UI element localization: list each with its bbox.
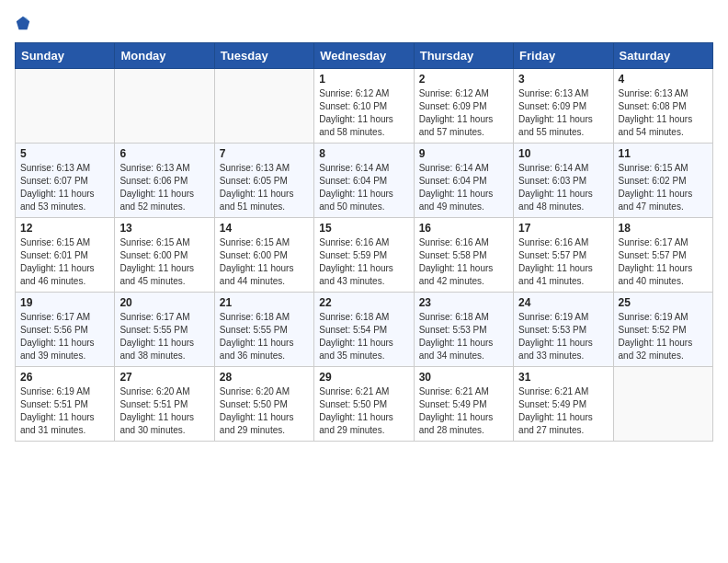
cell-content: Sunrise: 6:20 AM Sunset: 5:50 PM Dayligh…: [220, 385, 309, 437]
day-header-friday: Friday: [514, 43, 613, 69]
cell-content: Sunrise: 6:13 AM Sunset: 6:05 PM Dayligh…: [220, 162, 309, 213]
calendar-cell: 26Sunrise: 6:19 AM Sunset: 5:51 PM Dayli…: [16, 367, 115, 442]
calendar-week-1: 1Sunrise: 6:12 AM Sunset: 6:10 PM Daylig…: [16, 69, 713, 144]
day-header-saturday: Saturday: [613, 43, 712, 69]
cell-content: Sunrise: 6:16 AM Sunset: 5:58 PM Dayligh…: [419, 236, 508, 288]
cell-content: Sunrise: 6:13 AM Sunset: 6:09 PM Dayligh…: [518, 87, 608, 139]
day-number: 12: [20, 222, 109, 235]
calendar-cell: 4Sunrise: 6:13 AM Sunset: 6:08 PM Daylig…: [613, 69, 712, 144]
day-number: 7: [220, 147, 309, 160]
cell-content: Sunrise: 6:18 AM Sunset: 5:55 PM Dayligh…: [220, 311, 309, 362]
calendar-cell: 27Sunrise: 6:20 AM Sunset: 5:51 PM Dayli…: [115, 367, 214, 442]
days-header-row: SundayMondayTuesdayWednesdayThursdayFrid…: [16, 43, 713, 69]
calendar-cell: 24Sunrise: 6:19 AM Sunset: 5:53 PM Dayli…: [514, 293, 613, 367]
logo-icon: [15, 15, 31, 31]
day-number: 30: [419, 371, 508, 384]
calendar-cell: 7Sunrise: 6:13 AM Sunset: 6:05 PM Daylig…: [214, 144, 313, 218]
cell-content: Sunrise: 6:19 AM Sunset: 5:53 PM Dayligh…: [518, 311, 608, 362]
calendar-cell: 29Sunrise: 6:21 AM Sunset: 5:50 PM Dayli…: [314, 367, 414, 442]
day-number: 20: [119, 296, 209, 309]
day-number: 19: [20, 296, 109, 309]
calendar-cell: 2Sunrise: 6:12 AM Sunset: 6:09 PM Daylig…: [414, 69, 513, 144]
cell-content: Sunrise: 6:21 AM Sunset: 5:50 PM Dayligh…: [319, 385, 408, 437]
day-header-thursday: Thursday: [414, 43, 513, 69]
day-number: 27: [119, 371, 209, 384]
day-number: 29: [319, 371, 408, 384]
day-number: 16: [419, 222, 508, 235]
calendar-cell: 11Sunrise: 6:15 AM Sunset: 6:02 PM Dayli…: [613, 144, 712, 218]
cell-content: Sunrise: 6:19 AM Sunset: 5:51 PM Dayligh…: [20, 385, 109, 437]
day-header-tuesday: Tuesday: [214, 43, 313, 69]
calendar-cell: 5Sunrise: 6:13 AM Sunset: 6:07 PM Daylig…: [16, 144, 115, 218]
cell-content: Sunrise: 6:16 AM Sunset: 5:57 PM Dayligh…: [518, 236, 608, 288]
day-number: 3: [518, 73, 608, 86]
day-header-wednesday: Wednesday: [314, 43, 414, 69]
cell-content: Sunrise: 6:18 AM Sunset: 5:53 PM Dayligh…: [419, 311, 508, 362]
calendar-week-5: 26Sunrise: 6:19 AM Sunset: 5:51 PM Dayli…: [16, 367, 713, 442]
cell-content: Sunrise: 6:17 AM Sunset: 5:56 PM Dayligh…: [20, 311, 109, 362]
day-number: 13: [119, 222, 209, 235]
calendar-week-3: 12Sunrise: 6:15 AM Sunset: 6:01 PM Dayli…: [16, 218, 713, 293]
day-number: 1: [319, 73, 408, 86]
calendar-cell: 17Sunrise: 6:16 AM Sunset: 5:57 PM Dayli…: [514, 218, 613, 293]
cell-content: Sunrise: 6:19 AM Sunset: 5:52 PM Dayligh…: [619, 311, 708, 362]
calendar-cell: 14Sunrise: 6:15 AM Sunset: 6:00 PM Dayli…: [214, 218, 313, 293]
calendar-week-4: 19Sunrise: 6:17 AM Sunset: 5:56 PM Dayli…: [16, 293, 713, 367]
day-number: 11: [619, 147, 708, 160]
calendar-cell: [16, 69, 115, 144]
cell-content: Sunrise: 6:17 AM Sunset: 5:55 PM Dayligh…: [119, 311, 209, 362]
day-number: 2: [419, 73, 508, 86]
day-number: 14: [220, 222, 309, 235]
day-number: 5: [20, 147, 109, 160]
cell-content: Sunrise: 6:21 AM Sunset: 5:49 PM Dayligh…: [419, 385, 508, 437]
day-number: 31: [518, 371, 608, 384]
cell-content: Sunrise: 6:17 AM Sunset: 5:57 PM Dayligh…: [619, 236, 708, 288]
calendar-cell: 18Sunrise: 6:17 AM Sunset: 5:57 PM Dayli…: [613, 218, 712, 293]
calendar-cell: 6Sunrise: 6:13 AM Sunset: 6:06 PM Daylig…: [115, 144, 214, 218]
cell-content: Sunrise: 6:13 AM Sunset: 6:06 PM Dayligh…: [119, 162, 209, 213]
calendar-cell: 12Sunrise: 6:15 AM Sunset: 6:01 PM Dayli…: [16, 218, 115, 293]
calendar-cell: 21Sunrise: 6:18 AM Sunset: 5:55 PM Dayli…: [214, 293, 313, 367]
calendar-cell: 28Sunrise: 6:20 AM Sunset: 5:50 PM Dayli…: [214, 367, 313, 442]
calendar-cell: 3Sunrise: 6:13 AM Sunset: 6:09 PM Daylig…: [514, 69, 613, 144]
calendar-cell: 20Sunrise: 6:17 AM Sunset: 5:55 PM Dayli…: [115, 293, 214, 367]
cell-content: Sunrise: 6:13 AM Sunset: 6:07 PM Dayligh…: [20, 162, 109, 213]
cell-content: Sunrise: 6:14 AM Sunset: 6:03 PM Dayligh…: [518, 162, 608, 213]
day-number: 21: [220, 296, 309, 309]
calendar-cell: 31Sunrise: 6:21 AM Sunset: 5:49 PM Dayli…: [514, 367, 613, 442]
calendar-cell: 30Sunrise: 6:21 AM Sunset: 5:49 PM Dayli…: [414, 367, 513, 442]
calendar-cell: 10Sunrise: 6:14 AM Sunset: 6:03 PM Dayli…: [514, 144, 613, 218]
calendar-cell: 8Sunrise: 6:14 AM Sunset: 6:04 PM Daylig…: [314, 144, 414, 218]
cell-content: Sunrise: 6:13 AM Sunset: 6:08 PM Dayligh…: [619, 87, 708, 139]
calendar-cell: 23Sunrise: 6:18 AM Sunset: 5:53 PM Dayli…: [414, 293, 513, 367]
day-header-sunday: Sunday: [16, 43, 115, 69]
calendar-cell: 13Sunrise: 6:15 AM Sunset: 6:00 PM Dayli…: [115, 218, 214, 293]
cell-content: Sunrise: 6:15 AM Sunset: 6:00 PM Dayligh…: [119, 236, 209, 288]
day-number: 10: [518, 147, 608, 160]
calendar-cell: 19Sunrise: 6:17 AM Sunset: 5:56 PM Dayli…: [16, 293, 115, 367]
day-number: 17: [518, 222, 608, 235]
calendar-cell: 9Sunrise: 6:14 AM Sunset: 6:04 PM Daylig…: [414, 144, 513, 218]
calendar-cell: [613, 367, 712, 442]
day-number: 26: [20, 371, 109, 384]
cell-content: Sunrise: 6:18 AM Sunset: 5:54 PM Dayligh…: [319, 311, 408, 362]
cell-content: Sunrise: 6:15 AM Sunset: 6:02 PM Dayligh…: [619, 162, 708, 213]
day-number: 22: [319, 296, 408, 309]
day-number: 9: [419, 147, 508, 160]
cell-content: Sunrise: 6:15 AM Sunset: 6:00 PM Dayligh…: [220, 236, 309, 288]
cell-content: Sunrise: 6:15 AM Sunset: 6:01 PM Dayligh…: [20, 236, 109, 288]
day-number: 23: [419, 296, 508, 309]
day-number: 24: [518, 296, 608, 309]
calendar-cell: [214, 69, 313, 144]
day-number: 18: [619, 222, 708, 235]
calendar-cell: 25Sunrise: 6:19 AM Sunset: 5:52 PM Dayli…: [613, 293, 712, 367]
day-number: 28: [220, 371, 309, 384]
calendar-cell: 16Sunrise: 6:16 AM Sunset: 5:58 PM Dayli…: [414, 218, 513, 293]
calendar-cell: 22Sunrise: 6:18 AM Sunset: 5:54 PM Dayli…: [314, 293, 414, 367]
day-number: 6: [119, 147, 209, 160]
cell-content: Sunrise: 6:12 AM Sunset: 6:09 PM Dayligh…: [419, 87, 508, 139]
day-number: 15: [319, 222, 408, 235]
calendar-table: SundayMondayTuesdayWednesdayThursdayFrid…: [15, 42, 713, 442]
cell-content: Sunrise: 6:12 AM Sunset: 6:10 PM Dayligh…: [319, 87, 408, 139]
day-header-monday: Monday: [115, 43, 214, 69]
